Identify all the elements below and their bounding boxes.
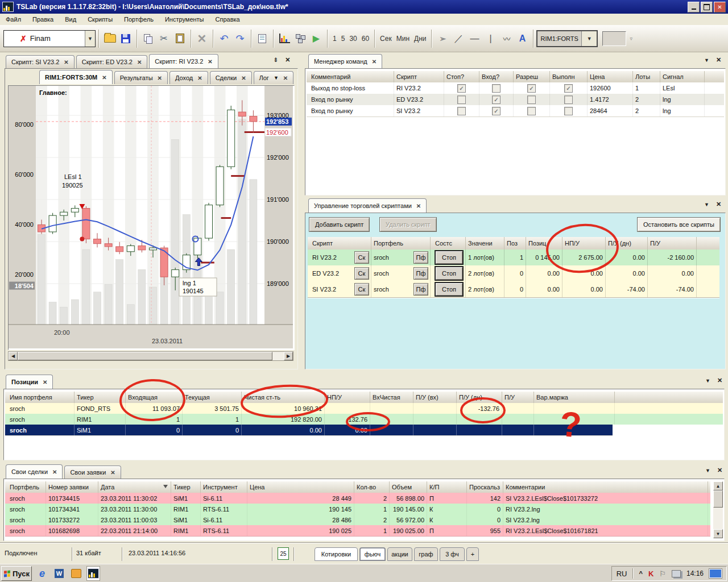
column-header[interactable]: Цена [247,481,354,493]
word-quicklaunch[interactable]: W [52,566,66,581]
column-header[interactable]: Проскальз [467,481,503,493]
column-header[interactable]: Входящая [126,392,183,403]
tab-script-ri[interactable]: Скрипт: RI V23.2✕ [149,54,218,68]
cut-button[interactable]: ✂ [156,31,171,47]
column-header[interactable]: НП/У [562,237,606,250]
column-header[interactable]: П/У [502,392,534,403]
add-sheet-button[interactable]: + [466,547,479,561]
close-icon[interactable]: ✕ [716,56,721,64]
column-header[interactable]: Состс [433,237,466,250]
column-header[interactable]: Тикер [75,392,126,403]
column-header[interactable]: Стоп? [444,71,479,82]
minimize-button[interactable] [688,2,700,13]
chevron-down-icon[interactable]: ▼ [704,202,709,207]
paste-button[interactable] [172,31,187,47]
table-row[interactable]: sroch10173441523.03.2011 11:30:02SiM1Si-… [5,493,710,504]
tab-script-si[interactable]: Скрипт: SI V23.2✕ [6,55,75,68]
column-header[interactable]: П/У (дн) [457,392,502,403]
sheet-quotes[interactable]: Котировки [315,547,358,561]
column-header[interactable]: Выполн [550,71,588,82]
table-row[interactable]: ED V23.2СкsrochПфСтоп2 лот(ов)00.000.000… [308,265,719,282]
menu-portfolio[interactable]: Портфель [118,15,159,24]
column-header[interactable]: Имя портфеля [7,392,75,403]
polyline-button[interactable]: 〰 [499,31,514,47]
run-button[interactable]: ▶ [309,31,324,47]
script-settings-button[interactable]: Ск [354,283,369,296]
scroll-down-icon[interactable]: ▼ [713,529,723,538]
antivirus-icon[interactable]: K [648,569,653,578]
menu-scripts[interactable]: Скрипты [82,15,118,24]
close-icon[interactable]: ✕ [52,469,57,475]
horizontal-line-button[interactable]: — [467,31,482,47]
checkbox[interactable]: ✓ [564,84,573,93]
trades-vscrollbar[interactable]: ▲ ▼ [713,481,723,538]
tray-expand-icon[interactable]: ^ [639,570,642,577]
close-icon[interactable]: ✕ [283,75,288,81]
column-header[interactable]: Номер заявки [46,481,98,493]
tab-script-ed[interactable]: Скрипт: ED V23.2✕ [76,55,148,68]
network-icon[interactable] [672,570,681,577]
script-settings-button[interactable]: Ск [354,251,369,264]
tab-deals[interactable]: Сделки✕ [210,71,252,84]
close-icon[interactable]: ✕ [208,59,212,65]
column-header[interactable]: Лоты [633,71,660,82]
column-header[interactable]: Портфель [371,237,431,250]
delete-button[interactable]: ✕ [195,31,209,47]
checkbox[interactable] [564,95,573,104]
checkbox[interactable] [457,107,466,115]
checkbox[interactable] [492,84,500,93]
language-indicator[interactable]: RU [617,569,627,578]
stop-script-button[interactable]: Стоп [435,282,463,296]
column-header[interactable]: Вход? [479,71,514,82]
remove-script-button[interactable]: Удалить скрипт [379,217,437,232]
tab-own-trades[interactable]: Свои сделки✕ [6,464,63,479]
redo-button[interactable]: ↷ [233,31,247,47]
menu-tools[interactable]: Инструменты [159,15,210,24]
stop-script-button[interactable]: Стоп [435,251,463,264]
column-header[interactable]: Значени [466,237,504,250]
tab-command-manager[interactable]: Менеджер команд✕ [308,54,382,68]
column-header[interactable]: П/У (вх) [413,392,457,403]
price-chart[interactable]: LEsl 1190025lng 119014580'00060'00040'00… [9,86,293,348]
menu-edit[interactable]: Правка [27,15,59,24]
trend-line-button[interactable]: ／ [451,31,466,47]
ie-quicklaunch[interactable]: e [35,566,49,581]
column-header[interactable]: Чистая ст-ть [242,392,325,403]
scroll-thumb[interactable] [18,352,272,360]
checkbox[interactable] [527,107,536,115]
show-desktop-icon[interactable] [709,569,722,578]
chevron-down-icon[interactable]: ▼ [705,378,710,384]
close-icon[interactable]: ✕ [285,56,290,64]
column-header[interactable]: Позиц [526,237,562,250]
interval-5[interactable]: 5 [339,35,348,43]
column-header[interactable]: Портфель [7,481,46,493]
table-row[interactable]: RI V23.2СкsrochПфСтоп1 лот(ов)10 145.002… [308,250,719,266]
pin-icon[interactable]: ⇟ [273,56,278,64]
interval-30[interactable]: 30 [347,35,359,43]
close-icon[interactable]: ✕ [372,59,377,65]
close-icon[interactable]: ✕ [716,201,721,208]
calendar-icon[interactable]: 25 [278,547,289,560]
tab-income[interactable]: Доход✕ [169,71,208,84]
close-icon[interactable]: ✕ [137,59,142,65]
properties-button[interactable] [255,31,270,47]
close-icon[interactable]: ✕ [717,377,722,384]
tab-positions[interactable]: Позиции✕ [6,375,53,389]
outlook-quicklaunch[interactable] [69,566,83,581]
scroll-left-icon[interactable]: ◀ [9,352,18,360]
stop-script-button[interactable]: Стоп [435,267,463,280]
scroll-right-icon[interactable]: ▶ [284,352,293,360]
checkbox[interactable] [564,107,573,115]
checkbox[interactable] [527,95,536,104]
chevron-down-icon[interactable]: ▼ [274,75,279,81]
stop-all-scripts-button[interactable]: Остановить все скрипты [637,217,721,232]
close-icon[interactable]: ✕ [43,379,47,385]
close-button[interactable]: ✕ [714,2,726,13]
portfolio-settings-button[interactable]: Пф [413,267,428,280]
table-row[interactable]: sroch10173327223.03.2011 11:00:03SiM1Si-… [5,514,710,526]
toolbar-overflow-icon[interactable]: ▿ [630,36,632,41]
column-header[interactable]: Скрипт [310,237,371,250]
chevron-down-icon[interactable]: ▼ [85,31,95,47]
column-header[interactable]: НП/У [325,392,370,403]
menu-view[interactable]: Вид [59,15,82,24]
